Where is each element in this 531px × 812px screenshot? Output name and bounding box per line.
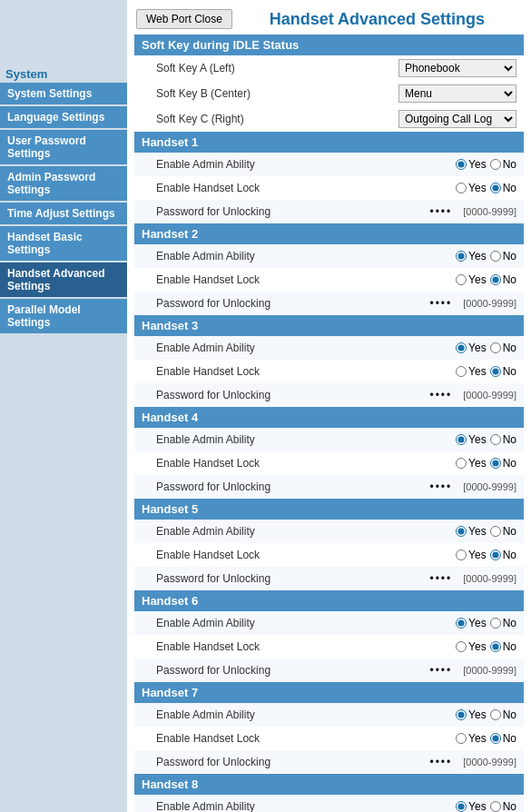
handset-7-admin-yes-radio[interactable] [456,709,467,720]
handset-5-password-value: •••• [0000-9999] [429,572,516,585]
handset-6-admin-yes-radio[interactable] [456,618,467,629]
handset-3-password-dots: •••• [429,389,452,401]
handset-5-admin-no-radio[interactable] [490,526,501,537]
handset-3-admin-row: Enable Admin Ability Yes No [134,336,524,360]
handset-3-admin-value: Yes No [456,342,516,354]
handset-6-admin-no-label[interactable]: No [490,617,516,629]
handset-1-admin-yes-radio[interactable] [456,159,467,170]
handset-5-lock-no-radio[interactable] [490,550,501,560]
handset-4-password-row: Password for Unlocking •••• [0000-9999] [134,475,524,499]
handset-1-lock-yes-radio[interactable] [456,183,467,193]
handset-2-lock-no-label[interactable]: No [490,273,516,286]
handset-4-admin-no-label[interactable]: No [490,433,516,446]
handset-7-lock-no-radio[interactable] [490,733,501,744]
soft-key-select-0[interactable]: PhonebookMenuOutgoing Call LogIncoming C… [398,59,516,77]
handset-7-admin-row: Enable Admin Ability Yes No [134,703,524,727]
handset-5-lock-yes-radio[interactable] [456,550,467,560]
handset-4-admin-yes-radio[interactable] [456,434,467,445]
handset-5-admin-yes-radio[interactable] [456,526,467,537]
handset-1-admin-row: Enable Admin Ability Yes No [134,153,524,176]
handset-4-lock-no-radio[interactable] [490,458,501,469]
handset-2-admin-yes-label[interactable]: Yes [456,250,487,262]
handset-8-admin-no-radio[interactable] [490,801,501,812]
handset-6-header: Handset 6 [134,590,524,611]
handset-4-lock-no-label[interactable]: No [490,457,516,470]
handset-6-password-hint: [0000-9999] [463,665,516,676]
handset-7-admin-no-label[interactable]: No [490,708,516,721]
handset-3-password-row: Password for Unlocking •••• [0000-9999] [134,383,524,407]
handset-7-lock-yes-radio[interactable] [456,733,467,744]
handset-3-password-label: Password for Unlocking [156,389,429,401]
handset-3-admin-no-label[interactable]: No [490,342,516,354]
handset-6-admin-value: Yes No [456,617,516,629]
handset-2-lock-row: Enable Handset Lock Yes No [134,268,524,292]
handset-8-admin-no-label[interactable]: No [490,800,516,812]
handset-5-password-hint: [0000-9999] [463,573,516,584]
sidebar-item-1[interactable]: Language Settings [0,106,127,128]
handset-7-lock-no-label[interactable]: No [490,732,516,745]
handset-4-lock-yes-radio[interactable] [456,458,467,469]
handset-2-lock-label: Enable Handset Lock [156,273,456,286]
handset-7-password-dots: •••• [429,756,452,768]
handset-8-admin-yes-radio[interactable] [456,801,467,812]
handset-5-admin-no-label[interactable]: No [490,525,516,538]
handset-3-lock-no-radio[interactable] [490,366,501,377]
soft-key-row-2: Soft Key C (Right)PhonebookMenuOutgoing … [134,106,524,132]
handset-3-admin-yes-radio[interactable] [456,342,467,353]
handset-1-lock-no-radio[interactable] [490,183,501,193]
sidebar-item-0[interactable]: System Settings [0,83,127,104]
handset-4-admin-no-radio[interactable] [490,434,501,445]
handset-2-lock-yes-label[interactable]: Yes [456,273,487,286]
handset-2-admin-value: Yes No [456,250,516,262]
sidebar-item-7[interactable]: Parallel Model Settings [0,299,127,333]
handset-3-admin-yes-label[interactable]: Yes [456,342,487,354]
handset-2-admin-no-label[interactable]: No [490,250,516,262]
sidebar-item-2[interactable]: User Password Settings [0,130,127,164]
handset-6-lock-no-radio[interactable] [490,641,501,652]
handset-8-admin-yes-label[interactable]: Yes [456,800,487,812]
handset-3-lock-no-label[interactable]: No [490,365,516,378]
handset-6-lock-no-label[interactable]: No [490,640,516,653]
handset-8-admin-row: Enable Admin Ability Yes No [134,795,524,812]
handset-6-admin-label: Enable Admin Ability [156,617,456,629]
sidebar-item-5[interactable]: Handset Basic Settings [0,226,127,261]
handset-4-lock-label: Enable Handset Lock [156,457,456,470]
web-port-close-button[interactable]: Web Port Close [136,9,232,29]
handset-6-lock-yes-radio[interactable] [456,641,467,652]
handset-1-admin-yes-label[interactable]: Yes [456,158,487,171]
handset-5-lock-yes-label[interactable]: Yes [456,549,487,561]
handset-7-lock-yes-label[interactable]: Yes [456,732,487,745]
handset-1-admin-no-label[interactable]: No [490,158,516,171]
handset-7-admin-yes-label[interactable]: Yes [456,708,487,721]
handset-3-lock-yes-radio[interactable] [456,366,467,377]
soft-key-select-1[interactable]: PhonebookMenuOutgoing Call LogIncoming C… [398,84,516,103]
soft-key-row-1: Soft Key B (Center)PhonebookMenuOutgoing… [134,81,524,106]
handset-1-admin-no-radio[interactable] [490,159,501,170]
sidebar-item-6[interactable]: Handset Advanced Settings [0,262,127,297]
handset-6-admin-no-radio[interactable] [490,618,501,629]
handset-3-header: Handset 3 [134,315,524,336]
handset-1-lock-yes-label[interactable]: Yes [456,182,487,194]
handset-1-lock-no-label[interactable]: No [490,182,516,194]
handset-6-lock-yes-label[interactable]: Yes [456,640,487,653]
handset-7-admin-no-radio[interactable] [490,709,501,720]
handset-4-admin-yes-label[interactable]: Yes [456,433,487,446]
handset-5-admin-yes-label[interactable]: Yes [456,525,487,538]
handset-3-password-value: •••• [0000-9999] [429,389,516,401]
handset-6-admin-yes-label[interactable]: Yes [456,617,487,629]
soft-key-select-2[interactable]: PhonebookMenuOutgoing Call LogIncoming C… [398,110,516,128]
soft-key-section-header: Soft Key during IDLE Status [134,35,524,55]
handset-2-lock-no-radio[interactable] [490,274,501,285]
handset-2-admin-yes-radio[interactable] [456,251,467,262]
handset-2-lock-yes-radio[interactable] [456,274,467,285]
handset-3-lock-value: Yes No [456,365,516,378]
handset-3-lock-yes-label[interactable]: Yes [456,365,487,378]
handset-4-lock-yes-label[interactable]: Yes [456,457,487,470]
handset-5-lock-no-label[interactable]: No [490,549,516,561]
sidebar-item-4[interactable]: Time Adjust Settings [0,203,127,224]
handset-2-admin-no-radio[interactable] [490,251,501,262]
handset-3-admin-no-radio[interactable] [490,342,501,353]
handset-6-lock-label: Enable Handset Lock [156,640,456,653]
sidebar-item-3[interactable]: Admin Password Settings [0,166,127,201]
handset-8-admin-value: Yes No [456,800,516,812]
